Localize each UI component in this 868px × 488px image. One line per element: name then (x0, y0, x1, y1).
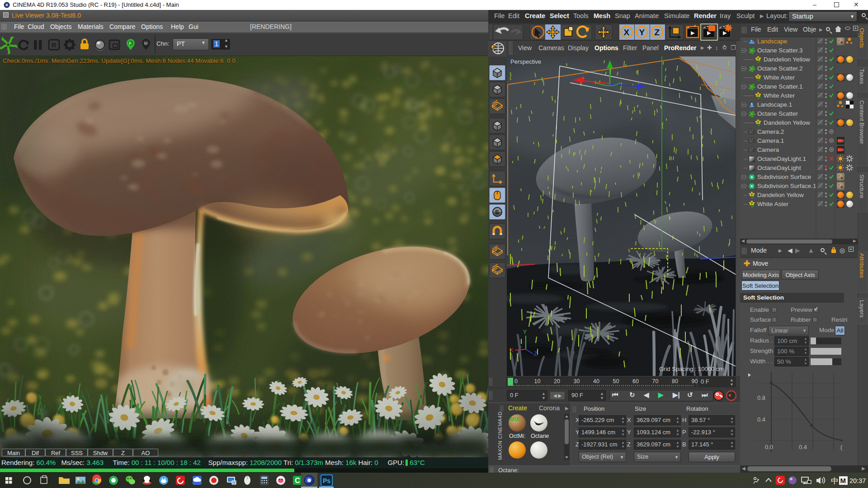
svg-text:Octane Scatter: Octane Scatter (757, 110, 798, 117)
svg-text:Octane Scatter.3: Octane Scatter.3 (757, 47, 803, 54)
svg-text:White Aster: White Aster (764, 92, 795, 99)
svg-text:MIX: MIX (510, 416, 519, 422)
svg-text:Camera.1: Camera.1 (757, 137, 784, 144)
svg-text:(: ( (840, 444, 843, 450)
svg-text:Y: Y (523, 329, 527, 335)
svg-text:M: M (840, 477, 846, 484)
svg-text:C: C (295, 477, 300, 484)
svg-text:Landscape: Landscape (757, 38, 787, 45)
svg-text:OctaneDayLight.1: OctaneDayLight.1 (757, 155, 806, 162)
svg-text:Dandelion Yellow: Dandelion Yellow (764, 56, 810, 63)
svg-text:Dandelion Yellow: Dandelion Yellow (764, 119, 810, 126)
svg-text:Landscape.1: Landscape.1 (757, 101, 792, 108)
svg-text:X: X (509, 347, 513, 353)
svg-text:M: M (144, 41, 148, 46)
svg-text:Subdivision Surface: Subdivision Surface (757, 174, 811, 180)
svg-text:Dandelion Yellow: Dandelion Yellow (757, 192, 804, 198)
svg-text:Grid Spacing : 10000 cm: Grid Spacing : 10000 cm (659, 366, 724, 372)
svg-text:Y: Y (639, 28, 645, 37)
svg-text:Z: Z (534, 351, 537, 357)
svg-text:0.0: 0.0 (765, 444, 773, 450)
svg-text:Camera.2: Camera.2 (757, 128, 784, 135)
svg-text:20:37: 20:37 (849, 477, 866, 484)
svg-text:0.4: 0.4 (799, 444, 807, 450)
svg-text:中: 中 (831, 477, 839, 485)
svg-text:Camera: Camera (757, 146, 779, 153)
svg-text:OctMi:: OctMi: (509, 433, 525, 439)
svg-text:0.8: 0.8 (757, 394, 765, 401)
svg-text:X: X (624, 28, 630, 37)
svg-text:White Aster: White Aster (764, 74, 795, 81)
svg-text:Octane: Octane (531, 433, 549, 439)
svg-text:Subdivision Surface.1: Subdivision Surface.1 (757, 183, 816, 189)
svg-text:Z: Z (655, 28, 660, 37)
svg-text:S: S (495, 209, 499, 216)
svg-text:OctaneDayLight: OctaneDayLight (757, 164, 801, 171)
svg-text:F: F (129, 41, 132, 46)
svg-text:Octane Scatter.2: Octane Scatter.2 (757, 65, 803, 72)
svg-text:Octane Scatter.1: Octane Scatter.1 (757, 83, 803, 90)
svg-text:0.4: 0.4 (757, 416, 765, 423)
svg-text:Perspective: Perspective (510, 58, 541, 65)
svg-text:Ps: Ps (323, 477, 330, 484)
svg-text:R: R (52, 41, 57, 49)
svg-text:White Aster: White Aster (757, 201, 789, 207)
